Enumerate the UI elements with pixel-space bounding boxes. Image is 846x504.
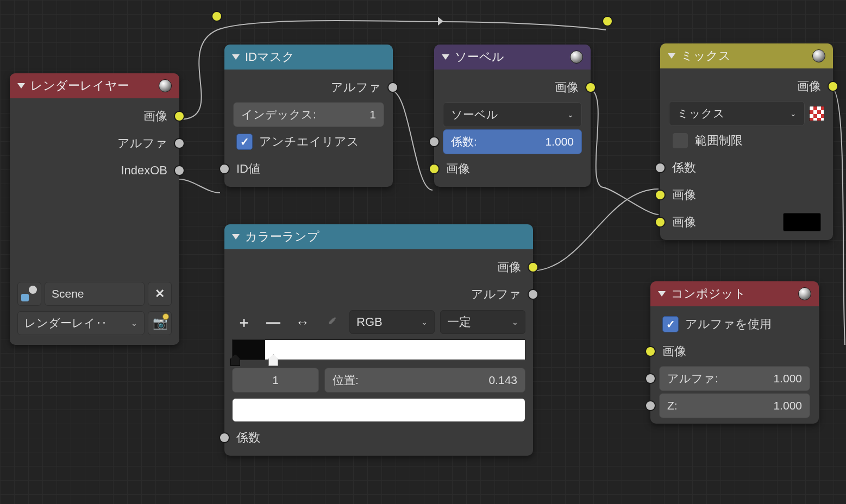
chevron-down-icon: ⌄ (131, 319, 137, 327)
collapse-icon[interactable] (17, 83, 25, 89)
node-header[interactable]: ミックス (660, 43, 833, 68)
antialias-row[interactable]: アンチエイリアス (224, 128, 393, 155)
fac-field[interactable]: 係数: 1.000 (443, 129, 582, 154)
node-header[interactable]: カラーランプ (224, 224, 533, 249)
node-render-layers[interactable]: レンダーレイヤー 画像 アルファ IndexOB Scene ✕ レンダーレイ‥… (10, 73, 179, 345)
collapse-icon[interactable] (658, 291, 666, 297)
scene-clear-button[interactable]: ✕ (148, 282, 172, 306)
remove-stop-button[interactable]: — (261, 310, 285, 334)
scene-select[interactable]: Scene (45, 282, 145, 306)
filter-type-select[interactable]: ソーベル ⌄ (443, 102, 582, 127)
interp-select[interactable]: 一定 ⌄ (440, 310, 525, 334)
stop-index-field[interactable]: 1 (232, 368, 319, 393)
add-stop-button[interactable]: ＋ (232, 310, 256, 334)
eyedropper-icon (326, 316, 338, 328)
collapse-icon[interactable] (232, 54, 240, 60)
node-filter-sobel[interactable]: ソーベル 画像 ソーベル ⌄ 係数: 1.000 画像 (434, 45, 591, 187)
collapse-icon[interactable] (668, 53, 675, 59)
socket-in-image[interactable] (429, 163, 440, 174)
render-button[interactable] (148, 311, 172, 335)
node-id-mask[interactable]: IDマスク アルファ インデックス: 1 アンチエイリアス ID値 (224, 45, 393, 187)
chevron-down-icon: ⌄ (790, 109, 797, 118)
node-title: コンポジット (671, 286, 746, 302)
node-title: IDマスク (245, 49, 294, 65)
antialias-checkbox[interactable] (236, 134, 253, 150)
use-alpha-checkbox[interactable] (662, 316, 679, 332)
socket-in-fac[interactable] (655, 162, 666, 173)
output-alpha: アルファ (10, 130, 179, 157)
socket-in-idvalue[interactable] (219, 163, 230, 174)
close-icon: ✕ (155, 287, 165, 301)
socket-out-indexob[interactable] (174, 165, 185, 176)
index-field[interactable]: インデックス: 1 (233, 102, 384, 127)
output-image: 画像 (434, 74, 591, 101)
flip-button[interactable]: ↔ (291, 310, 315, 334)
clamp-checkbox[interactable] (672, 133, 688, 149)
use-alpha-toggle[interactable] (809, 106, 824, 121)
preview-sphere-icon (812, 49, 825, 62)
node-header[interactable]: レンダーレイヤー (10, 73, 179, 98)
chevron-down-icon: ⌄ (512, 318, 518, 326)
collapse-icon[interactable] (232, 234, 240, 240)
input-image-2: 画像 (660, 209, 833, 236)
socket-in-image2[interactable] (655, 217, 666, 228)
collapse-icon[interactable] (442, 54, 449, 60)
output-indexob: IndexOB (10, 157, 179, 184)
socket-out-image[interactable] (828, 81, 838, 92)
node-title: カラーランプ (245, 229, 319, 245)
node-mix[interactable]: ミックス 画像 ミックス ⌄ 範囲制限 係数 画像 画像 (660, 43, 833, 240)
output-image: 画像 (224, 254, 533, 281)
renderlayer-select[interactable]: レンダーレイ‥ ⌄ (17, 311, 145, 335)
node-title: ミックス (681, 48, 731, 64)
input-image: 画像 (434, 155, 591, 182)
node-header[interactable]: コンポジット (650, 281, 819, 306)
preview-sphere-icon (570, 51, 583, 64)
alpha-field[interactable]: アルファ: 1.000 (659, 366, 810, 391)
socket-in-image1[interactable] (655, 190, 666, 200)
node-title: レンダーレイヤー (30, 78, 129, 94)
z-field[interactable]: Z: 1.000 (659, 393, 810, 418)
position-field[interactable]: 位置: 0.143 (324, 368, 525, 393)
blendmode-select[interactable]: ミックス ⌄ (669, 101, 805, 126)
input-image-1: 画像 (660, 181, 833, 209)
input-id-value: ID値 (224, 155, 393, 182)
socket-out-alpha[interactable] (528, 289, 538, 300)
image2-color-swatch[interactable] (783, 213, 821, 231)
preview-sphere-icon (798, 287, 811, 300)
output-alpha: アルファ (224, 281, 533, 308)
socket-in-alpha[interactable] (645, 373, 656, 384)
socket-in-z[interactable] (645, 400, 656, 411)
preview-sphere-icon (159, 79, 172, 92)
socket-out-image[interactable] (528, 262, 538, 273)
input-fac: 係数 (660, 154, 833, 181)
clamp-row[interactable]: 範囲制限 (660, 127, 833, 154)
input-image: 画像 (650, 338, 819, 365)
output-image: 画像 (10, 103, 179, 130)
output-alpha: アルファ (224, 74, 393, 101)
node-title: ソーベル (455, 49, 504, 65)
stop-color-swatch[interactable] (232, 398, 525, 422)
socket-in-image[interactable] (645, 346, 656, 357)
reroute-socket[interactable] (602, 16, 613, 27)
socket-in-fac[interactable] (429, 136, 440, 147)
gradient-stop-1[interactable] (268, 354, 278, 366)
colormode-select[interactable]: RGB ⌄ (349, 310, 435, 334)
output-image: 画像 (660, 73, 833, 100)
node-color-ramp[interactable]: カラーランプ 画像 アルファ ＋ — ↔ RGB ⌄ 一定 ⌄ (224, 224, 533, 456)
chevron-down-icon: ⌄ (421, 318, 428, 326)
node-header[interactable]: IDマスク (224, 45, 393, 70)
node-header[interactable]: ソーベル (434, 45, 591, 70)
reroute-socket[interactable] (211, 11, 222, 22)
socket-in-fac[interactable] (219, 432, 230, 443)
socket-out-image[interactable] (585, 82, 596, 93)
input-fac: 係数 (224, 424, 533, 451)
scene-browse-icon[interactable] (17, 282, 41, 306)
socket-out-alpha[interactable] (174, 138, 185, 149)
gradient-bar[interactable] (232, 339, 525, 360)
chevron-down-icon: ⌄ (567, 110, 574, 119)
node-composite[interactable]: コンポジット アルファを使用 画像 アルファ: 1.000 Z: 1.000 (650, 281, 819, 424)
socket-out-image[interactable] (174, 111, 185, 122)
socket-out-alpha[interactable] (387, 82, 398, 93)
eyedropper-button[interactable] (320, 310, 344, 334)
use-alpha-row[interactable]: アルファを使用 (650, 311, 819, 338)
